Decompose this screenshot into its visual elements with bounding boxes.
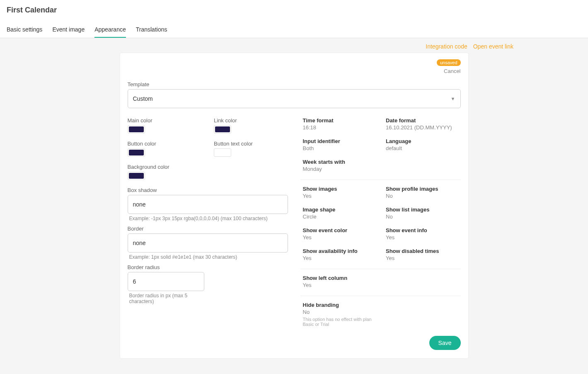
background-color-swatch-inner: [129, 173, 144, 179]
save-button[interactable]: Save: [429, 336, 461, 350]
tab-basic-settings[interactable]: Basic settings: [7, 22, 42, 38]
box-shadow-input[interactable]: [128, 195, 288, 214]
border-radius-input[interactable]: [128, 272, 205, 291]
box-shadow-helper: Example: -1px 3px 15px rgba(0,0,0,0.04) …: [128, 216, 288, 221]
border-radius-label: Border radius: [128, 264, 288, 270]
background-color-swatch[interactable]: [128, 172, 145, 180]
divider: [300, 296, 461, 296]
border-helper: Example: 1px solid #e1e1e1 (max 30 chara…: [128, 254, 288, 260]
tab-translations[interactable]: Translations: [136, 22, 167, 38]
border-input[interactable]: [128, 233, 288, 253]
main-color-label: Main color: [128, 117, 202, 124]
setting-image-shape[interactable]: Image shape Circle: [303, 206, 378, 223]
setting-week-starts-with[interactable]: Week starts with Monday: [303, 159, 378, 175]
button-color-label: Button color: [128, 141, 202, 147]
setting-show-event-color[interactable]: Show event color Yes: [303, 227, 378, 244]
open-event-link[interactable]: Open event link: [473, 43, 513, 50]
tab-event-image[interactable]: Event image: [52, 22, 85, 38]
tab-appearance[interactable]: Appearance: [94, 22, 126, 38]
main-color-swatch-inner: [129, 126, 144, 132]
button-color-swatch[interactable]: [128, 148, 145, 157]
main-color-swatch[interactable]: [128, 125, 145, 134]
setting-show-event-info[interactable]: Show event info Yes: [386, 227, 461, 244]
setting-input-identifier[interactable]: Input identifier Both: [303, 138, 378, 155]
setting-show-images[interactable]: Show images Yes: [303, 186, 378, 202]
template-value: Custom: [133, 95, 153, 102]
cancel-button[interactable]: Cancel: [444, 68, 460, 74]
unsaved-badge: unsaved: [437, 59, 461, 66]
setting-date-format[interactable]: Date format 16.10.2021 (DD.MM.YYYY): [386, 117, 461, 134]
integration-code-link[interactable]: Integration code: [426, 43, 467, 50]
setting-show-disabled-times[interactable]: Show disabled times Yes: [386, 248, 461, 265]
setting-show-list-images[interactable]: Show list images No: [386, 206, 461, 223]
setting-show-left-column[interactable]: Show left column Yes: [303, 275, 378, 291]
setting-show-availability-info[interactable]: Show availability info Yes: [303, 248, 378, 265]
divider: [300, 180, 461, 180]
chevron-down-icon: ▼: [451, 96, 455, 101]
link-color-label: Link color: [214, 117, 288, 124]
button-text-color-swatch-inner: [215, 150, 230, 155]
border-label: Border: [128, 226, 288, 232]
link-color-swatch-inner: [215, 126, 230, 132]
template-label: Template: [128, 81, 461, 87]
box-shadow-label: Box shadow: [128, 187, 288, 193]
tabs: Basic settings Event image Appearance Tr…: [7, 22, 581, 38]
button-text-color-swatch[interactable]: [214, 148, 231, 157]
background-color-label: Background color: [128, 164, 202, 170]
setting-hide-branding[interactable]: Hide branding No This option has no effe…: [303, 302, 378, 330]
action-bar: Integration code Open event link: [0, 38, 588, 53]
setting-show-profile-images[interactable]: Show profile images No: [386, 186, 461, 202]
setting-time-format[interactable]: Time format 16:18: [303, 117, 378, 134]
button-color-swatch-inner: [129, 150, 144, 155]
divider: [300, 269, 461, 269]
setting-language[interactable]: Language default: [386, 138, 461, 155]
border-radius-helper: Border radius in px (max 5 characters): [128, 293, 205, 304]
link-color-swatch[interactable]: [214, 125, 231, 134]
page-title: First Calendar: [7, 6, 581, 15]
button-text-color-label: Button text color: [214, 141, 288, 147]
appearance-panel: unsaved Cancel Template Custom ▼ Main co…: [120, 53, 468, 358]
template-select[interactable]: Custom ▼: [128, 89, 461, 108]
